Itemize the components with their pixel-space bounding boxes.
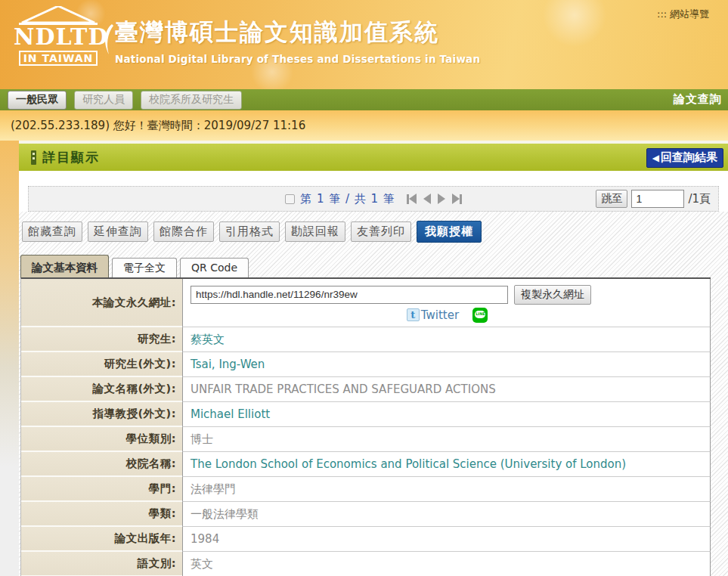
- select-record-checkbox[interactable]: [285, 194, 295, 204]
- welcome-text: (202.55.233.189) 您好！臺灣時間：2019/09/27 11:1…: [11, 119, 305, 133]
- page-total-suffix: /1頁: [688, 192, 711, 206]
- field-label: 論文名稱(外文):: [21, 377, 182, 402]
- site-subtitle: National Digital Library of Theses and D…: [115, 53, 480, 65]
- field-row-category: 學類: 一般法律學類: [21, 502, 711, 527]
- jump-to-page-group: 跳至 /1頁: [596, 190, 711, 208]
- field-row-student-en: 研究生(外文): Tsai, Ing-Wen: [21, 352, 711, 377]
- field-value: UNFAIR TRADE PRACTICES AND SAFEGUARD ACT…: [191, 382, 496, 396]
- share-links: t Twitter: [191, 308, 704, 323]
- navtab-researcher[interactable]: 研究人員: [74, 91, 133, 110]
- interlibrary-loan-button[interactable]: 館際合作: [153, 221, 214, 242]
- field-value: 法律學門: [191, 482, 236, 497]
- section-bullet-icon: [31, 150, 36, 165]
- field-row-language: 語文別: 英文: [21, 552, 711, 576]
- field-row-discipline: 學門: 法律學門: [21, 477, 711, 502]
- back-to-results-button[interactable]: ◀ 回查詢結果: [646, 148, 723, 168]
- field-row-school: 校院名稱: The London School of Economics and…: [21, 452, 711, 477]
- pagination-bar: 第 1 筆 / 共 1 筆 跳至 /1頁: [28, 186, 719, 212]
- citation-format-button[interactable]: 引用格式: [219, 221, 280, 242]
- field-row-title-en: 論文名稱(外文): UNFAIR TRADE PRACTICES AND SAF…: [21, 377, 711, 402]
- field-value: 一般法律學類: [191, 507, 259, 522]
- main-area: 詳目顯示 ◀ 回查詢結果 第 1 筆 / 共 1 筆 跳至: [0, 141, 728, 576]
- twitter-label: Twitter: [421, 308, 459, 322]
- ndltd-logo[interactable]: NDLTD IN TAIWAN: [14, 6, 103, 66]
- field-label: 校院名稱:: [21, 452, 182, 477]
- first-record-button[interactable]: [407, 194, 417, 204]
- previous-record-button[interactable]: [423, 194, 431, 204]
- field-label: 論文出版年:: [21, 527, 182, 552]
- field-row-student: 研究生: 蔡英文: [21, 327, 711, 352]
- field-label: 語文別:: [21, 552, 182, 576]
- logo-ndltd-text: NDLTD: [14, 26, 103, 48]
- field-value-link[interactable]: 蔡英文: [191, 333, 225, 347]
- field-value-link[interactable]: Tsai, Ing-Wen: [191, 358, 265, 371]
- left-margin-decoration: [0, 141, 19, 576]
- extended-search-button[interactable]: 延伸查詢: [88, 221, 148, 242]
- field-label: 學類:: [21, 502, 182, 527]
- field-label: 本論文永久網址:: [21, 279, 182, 327]
- welcome-strip: (202.55.233.189) 您好！臺灣時間：2019/09/27 11:1…: [0, 110, 728, 141]
- next-record-button[interactable]: [438, 194, 445, 204]
- copy-permalink-button[interactable]: 複製永久網址: [514, 285, 591, 305]
- navtab-general-public[interactable]: 一般民眾: [8, 91, 67, 110]
- twitter-share-link[interactable]: t Twitter: [407, 308, 459, 322]
- site-header: ::: 網站導覽 NDLTD IN TAIWAN 臺灣博碩士論文知識加值系統 N…: [0, 0, 728, 89]
- field-label: 研究生(外文):: [21, 352, 182, 377]
- page-title: 詳目顯示: [42, 149, 100, 166]
- field-label: 研究生:: [21, 327, 182, 352]
- permalink-line: 複製永久網址: [191, 285, 704, 305]
- detail-tabs: 論文基本資料 電子全文 QR Code: [20, 255, 728, 277]
- tab-electronic-fulltext[interactable]: 電子全文: [112, 258, 177, 277]
- record-position-text: 第 1 筆 / 共 1 筆: [300, 192, 395, 206]
- tab-qr-code[interactable]: QR Code: [180, 258, 249, 277]
- work-area: 館藏查詢 延伸查詢 館際合作 引用格式 勘誤回報 友善列印 我願授權 論文基本資…: [19, 212, 728, 576]
- permalink-url-input[interactable]: [191, 286, 508, 304]
- field-label: 學門:: [21, 477, 182, 502]
- field-row-advisor-en: 指導教授(外文): Michael Elliott: [21, 402, 711, 427]
- field-label: 學位類別:: [21, 427, 182, 452]
- field-row-year: 論文出版年: 1984: [21, 527, 711, 552]
- library-holdings-button[interactable]: 館藏查詢: [22, 221, 82, 242]
- content-area: 詳目顯示 ◀ 回查詢結果 第 1 筆 / 共 1 筆 跳至: [19, 141, 728, 576]
- record-nav: [407, 194, 462, 204]
- authorize-button[interactable]: 我願授權: [417, 221, 482, 243]
- field-value: 英文: [191, 557, 213, 571]
- permalink-value-cell: 複製永久網址 t Twitter: [182, 279, 711, 327]
- last-record-button[interactable]: [452, 194, 462, 204]
- field-row-degree: 學位類別: 博士: [21, 427, 711, 452]
- navtab-school-dept[interactable]: 校院系所及研究生: [141, 91, 242, 110]
- thesis-search-link[interactable]: 論文查詢: [674, 92, 722, 107]
- field-value: 1984: [191, 532, 219, 546]
- site-titles: 臺灣博碩士論文知識加值系統 National Digital Library o…: [115, 17, 480, 65]
- jump-to-button[interactable]: 跳至: [596, 190, 627, 208]
- twitter-icon: t: [407, 308, 420, 321]
- logo-in-taiwan-text: IN TAIWAN: [19, 51, 98, 66]
- left-arrow-icon: ◀: [652, 153, 659, 163]
- sitemap-link[interactable]: ::: 網站導覽: [657, 8, 728, 21]
- record-toolbar: 館藏查詢 延伸查詢 館際合作 引用格式 勘誤回報 友善列印 我願授權: [20, 221, 728, 243]
- tab-basic-info[interactable]: 論文基本資料: [20, 255, 109, 277]
- field-value-link[interactable]: Michael Elliott: [191, 407, 270, 421]
- section-header: 詳目顯示 ◀ 回查詢結果: [19, 144, 728, 171]
- role-navbar: 一般民眾 研究人員 校院系所及研究生 論文查詢: [0, 89, 728, 110]
- pagination-center: 第 1 筆 / 共 1 筆: [285, 192, 462, 206]
- print-friendly-button[interactable]: 友善列印: [351, 221, 411, 242]
- error-report-button[interactable]: 勘誤回報: [285, 221, 345, 242]
- site-title: 臺灣博碩士論文知識加值系統: [115, 17, 480, 48]
- field-label: 指導教授(外文):: [21, 402, 182, 427]
- logo-swash-icon: [101, 23, 115, 56]
- permalink-row: 本論文永久網址: 複製永久網址 t Twitter: [21, 279, 711, 327]
- thesis-detail-table: 本論文永久網址: 複製永久網址 t Twitter: [20, 277, 711, 576]
- field-value: 博士: [191, 432, 213, 447]
- back-to-results-label: 回查詢結果: [661, 150, 717, 165]
- line-share-icon[interactable]: [472, 308, 488, 323]
- page-number-input[interactable]: [631, 190, 684, 208]
- field-value-link[interactable]: The London School of Economics and Polit…: [191, 457, 626, 471]
